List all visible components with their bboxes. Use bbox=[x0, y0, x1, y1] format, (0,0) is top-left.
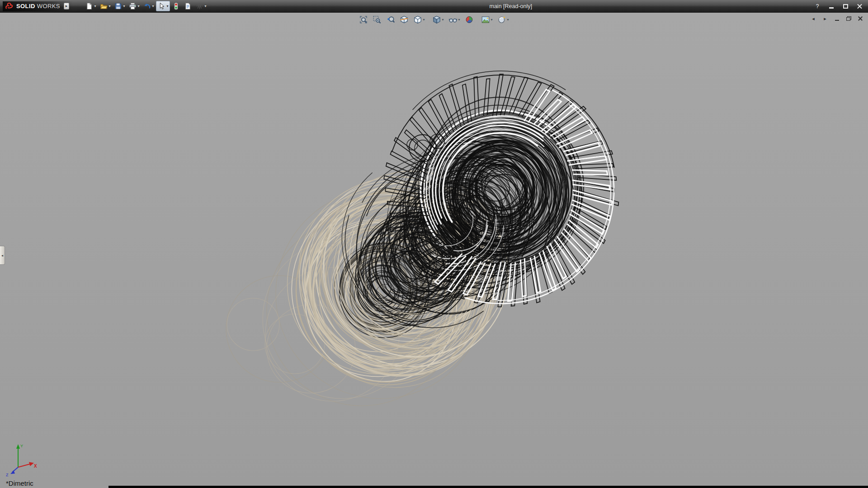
triad-z-axis: Z bbox=[6, 467, 18, 477]
collapse-arrow-icon: ◂ bbox=[1, 253, 3, 258]
display-style-icon bbox=[432, 15, 441, 24]
zoom-to-area-icon bbox=[373, 15, 381, 24]
view-settings-icon bbox=[498, 15, 506, 24]
document-restore-button[interactable] bbox=[845, 15, 852, 22]
file-properties-button[interactable] bbox=[182, 1, 193, 11]
hide-show-items-icon bbox=[448, 15, 457, 24]
document-minimize-button[interactable] bbox=[833, 15, 840, 22]
file-properties-icon bbox=[184, 2, 192, 10]
title-bar: SOLIDWORKS ▸ ▾▾▾▾▾▾▾ main [Read-only] ? bbox=[0, 0, 868, 13]
document-close-icon bbox=[858, 16, 863, 21]
model-wireframe-jet-engine[interactable] bbox=[0, 13, 868, 488]
orientation-triad[interactable]: Y X Z bbox=[3, 439, 41, 477]
open-button[interactable]: ▾ bbox=[98, 1, 112, 11]
save-button[interactable]: ▾ bbox=[113, 1, 127, 11]
rebuild-icon bbox=[172, 2, 180, 10]
apply-scene-icon bbox=[481, 15, 490, 24]
hide-show-items-button[interactable]: ▾ bbox=[447, 14, 462, 25]
document-window-controls: ◂ ▸ bbox=[810, 15, 864, 22]
taskbar-edge bbox=[108, 486, 868, 488]
open-dropdown-caret[interactable]: ▾ bbox=[108, 5, 110, 8]
undo-icon bbox=[143, 2, 151, 10]
undo-dropdown-caret[interactable]: ▾ bbox=[152, 5, 154, 8]
apply-scene-button[interactable]: ▾ bbox=[480, 14, 495, 25]
menu-bar-toolbar: ▾▾▾▾▾▾▾ bbox=[84, 1, 208, 11]
next-pane-icon: ▸ bbox=[824, 16, 826, 22]
help-button[interactable]: ? bbox=[813, 3, 821, 10]
previous-pane-button[interactable]: ◂ bbox=[810, 15, 817, 22]
close-icon bbox=[857, 4, 862, 9]
previous-pane-icon: ◂ bbox=[812, 16, 815, 22]
options-icon bbox=[196, 2, 203, 10]
graphics-viewport[interactable]: ▾▾▾▾▾ ◂ ▸ ◂ Y X Z bbox=[0, 13, 868, 488]
triad-y-label: Y bbox=[20, 444, 23, 448]
options-button[interactable]: ▾ bbox=[194, 1, 208, 11]
document-title: main [Read-only] bbox=[208, 3, 814, 9]
featuremanager-collapsed-tab[interactable]: ◂ bbox=[0, 246, 5, 265]
triad-y-axis: Y bbox=[16, 444, 23, 467]
hide-show-items-dropdown-caret[interactable]: ▾ bbox=[458, 18, 460, 22]
minimize-button[interactable] bbox=[827, 3, 835, 10]
triad-z-label: Z bbox=[6, 473, 9, 477]
select-icon bbox=[158, 2, 165, 10]
document-close-button[interactable] bbox=[857, 15, 864, 22]
apply-scene-dropdown-caret[interactable]: ▾ bbox=[491, 18, 493, 22]
edit-appearance-button[interactable] bbox=[463, 14, 476, 25]
select-dropdown-caret[interactable]: ▾ bbox=[166, 5, 168, 8]
save-icon bbox=[114, 2, 122, 10]
brand-name-light: WORKS bbox=[37, 3, 60, 9]
options-dropdown-caret[interactable]: ▾ bbox=[204, 5, 206, 8]
print-button[interactable]: ▾ bbox=[127, 1, 141, 11]
print-dropdown-caret[interactable]: ▾ bbox=[137, 5, 139, 8]
document-restore-icon bbox=[846, 16, 851, 21]
solidworks-app-window: SOLIDWORKS ▸ ▾▾▾▾▾▾▾ main [Read-only] ? … bbox=[0, 0, 868, 488]
select-button[interactable]: ▾ bbox=[156, 1, 170, 11]
menu-expand-arrow-icon[interactable]: ▸ bbox=[64, 3, 70, 9]
rebuild-button[interactable] bbox=[170, 1, 182, 11]
zoom-to-fit-icon bbox=[359, 15, 368, 24]
edit-appearance-icon bbox=[465, 15, 474, 24]
close-button[interactable] bbox=[855, 3, 863, 10]
zoom-to-fit-button[interactable] bbox=[357, 14, 369, 25]
save-dropdown-caret[interactable]: ▾ bbox=[123, 5, 125, 8]
new-button[interactable]: ▾ bbox=[84, 1, 98, 11]
document-minimize-icon bbox=[835, 20, 839, 21]
display-style-button[interactable]: ▾ bbox=[430, 14, 445, 25]
new-dropdown-caret[interactable]: ▾ bbox=[94, 5, 96, 8]
view-settings-dropdown-caret[interactable]: ▾ bbox=[507, 18, 509, 22]
next-pane-button[interactable]: ▸ bbox=[821, 15, 829, 22]
section-view-icon bbox=[400, 15, 408, 24]
maximize-button[interactable] bbox=[841, 3, 849, 10]
ds-logo-icon bbox=[5, 2, 14, 10]
view-orientation-dropdown-caret[interactable]: ▾ bbox=[423, 18, 425, 22]
maximize-icon bbox=[843, 4, 848, 9]
view-settings-button[interactable]: ▾ bbox=[496, 14, 511, 25]
zoom-to-area-button[interactable] bbox=[371, 14, 383, 25]
previous-view-icon bbox=[386, 15, 395, 24]
previous-view-button[interactable] bbox=[384, 14, 396, 25]
view-orientation-icon bbox=[413, 15, 422, 24]
help-icon: ? bbox=[816, 3, 819, 9]
brand-name-bold: SOLID bbox=[16, 3, 35, 9]
triad-x-axis: X bbox=[18, 462, 37, 469]
window-controls: ? bbox=[813, 3, 864, 10]
undo-button[interactable]: ▾ bbox=[142, 1, 156, 11]
view-orientation-button[interactable]: ▾ bbox=[411, 14, 426, 25]
engine-wireframe-group bbox=[226, 71, 618, 421]
minimize-icon bbox=[829, 7, 834, 9]
section-view-button[interactable] bbox=[398, 14, 410, 25]
display-style-dropdown-caret[interactable]: ▾ bbox=[442, 18, 443, 22]
heads-up-view-toolbar: ▾▾▾▾▾ bbox=[357, 14, 510, 25]
solidworks-menu-button[interactable]: SOLIDWORKS ▸ bbox=[3, 1, 73, 11]
view-orientation-label: *Dimetric bbox=[6, 479, 33, 487]
new-icon bbox=[85, 2, 93, 10]
triad-x-label: X bbox=[34, 464, 37, 469]
print-icon bbox=[129, 2, 137, 10]
open-icon bbox=[100, 2, 108, 10]
